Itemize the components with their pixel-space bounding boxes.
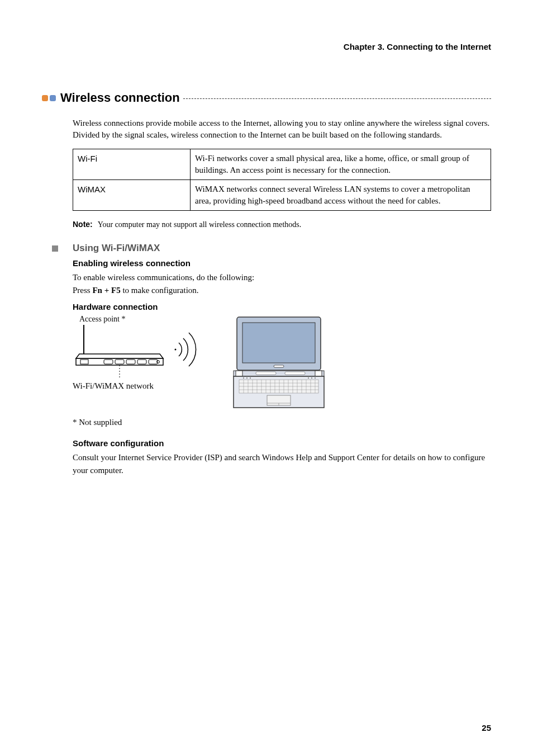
svg-point-10: [175, 349, 177, 351]
svg-rect-15: [256, 372, 276, 375]
svg-rect-12: [242, 323, 315, 363]
subsection-heading: Using Wi-Fi/WiMAX: [73, 243, 160, 254]
svg-rect-17: [236, 371, 242, 376]
enabling-line-1: To enable wireless communications, do th…: [73, 271, 491, 284]
svg-rect-13: [274, 365, 284, 367]
intro-line-1: Wireless connections provide mobile acce…: [73, 117, 491, 129]
intro-line-2: Divided by the signal scales, wireless c…: [73, 129, 491, 141]
enabling-body: To enable wireless communications, do th…: [73, 271, 491, 296]
table-row: Wi-Fi Wi-Fi networks cover a small physi…: [73, 149, 491, 180]
access-point-illustration: [73, 325, 223, 378]
subsection-row: Using Wi-Fi/WiMAX: [52, 243, 491, 254]
standards-table: Wi-Fi Wi-Fi networks cover a small physi…: [73, 149, 491, 211]
intro-text-block: Wireless connections provide mobile acce…: [73, 117, 491, 141]
svg-rect-14: [234, 371, 324, 376]
dot-blue-icon: [50, 95, 56, 101]
software-body: Consult your Internet Service Provider (…: [73, 451, 491, 476]
section-heading-row: Wireless connection: [42, 91, 491, 105]
access-point-label: Access point *: [79, 315, 223, 324]
software-heading: Software configuration: [73, 438, 491, 448]
row-desc-wimax: WiMAX networks connect several Wireless …: [191, 180, 491, 211]
enabling-heading: Enabling wireless connection: [73, 258, 491, 268]
hardware-heading: Hardware connection: [73, 302, 491, 311]
enabling-line-2: Press Fn + F5 to make configuration.: [73, 284, 491, 297]
section-title: Wireless connection: [60, 91, 180, 105]
row-label-wifi: Wi-Fi: [73, 149, 191, 180]
note-label: Note:: [73, 220, 93, 229]
laptop-column: [231, 315, 326, 412]
heading-dash-line-icon: [183, 98, 491, 99]
svg-point-46: [250, 377, 251, 379]
access-point-icon: [73, 325, 218, 378]
page-number: 25: [482, 723, 491, 733]
wifi-network-label: Wi-Fi/WiMAX network: [73, 381, 223, 391]
svg-point-49: [315, 377, 316, 379]
svg-rect-18: [315, 371, 322, 376]
note-text: Your computer may not support all wirele…: [98, 220, 301, 229]
row-label-wimax: WiMAX: [73, 180, 191, 211]
note-line: Note: Your computer may not support all …: [73, 220, 491, 229]
hardware-diagram: Access point *: [73, 315, 491, 412]
square-bullet-icon: [52, 245, 58, 252]
svg-rect-16: [285, 372, 305, 375]
row-desc-wifi: Wi-Fi networks cover a small physical ar…: [191, 149, 491, 180]
svg-point-47: [308, 377, 309, 379]
laptop-icon: [231, 315, 326, 410]
not-supplied-text: * Not supplied: [73, 418, 491, 427]
svg-point-48: [311, 377, 312, 379]
heading-dots: [42, 95, 56, 101]
chapter-header: Chapter 3. Connecting to the Internet: [42, 42, 491, 51]
access-point-column: Access point *: [73, 315, 223, 391]
svg-point-44: [243, 377, 244, 379]
svg-point-45: [246, 377, 248, 379]
dot-orange-icon: [42, 95, 48, 101]
table-row: WiMAX WiMAX networks connect several Wir…: [73, 180, 491, 211]
